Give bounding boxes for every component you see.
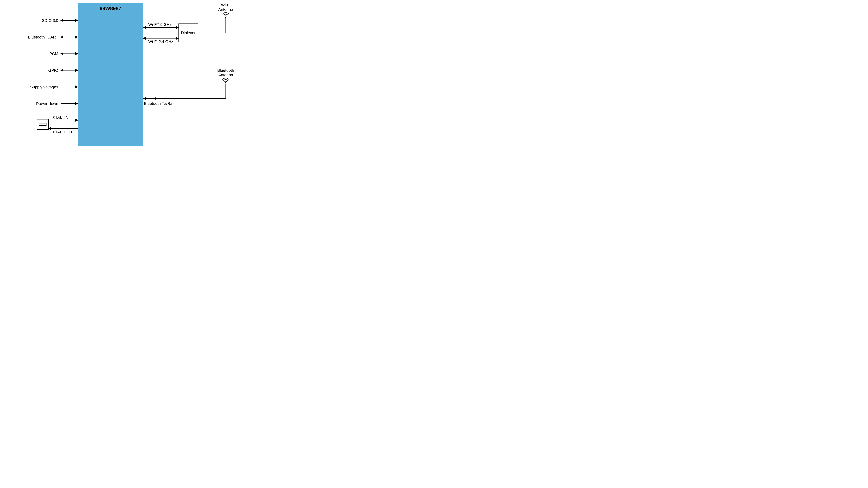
label-wifi-antenna-2: Antenna [218, 7, 233, 12]
label-wifi-5ghz: Wi-Fi® 5 GHz [148, 22, 172, 27]
label-sdio: SDIO 3.0 [42, 18, 58, 23]
wifi-antenna: Wi-Fi Antenna [198, 3, 233, 33]
chip-title: 88W8987 [100, 6, 121, 11]
label-bt-antenna-1: Bluetooth [217, 68, 234, 73]
label-wifi-24ghz: Wi-Fi 2.4 GHz [148, 39, 173, 44]
label-xtal-out: XTAL_OUT [53, 130, 73, 134]
label-wifi-antenna-1: Wi-Fi [221, 3, 230, 7]
label-supply: Supply voltages [30, 85, 58, 89]
label-diplexer: Diplexer [181, 31, 196, 35]
label-gpio: GPIO [48, 68, 58, 73]
label-bt-antenna-2: Antenna [218, 73, 233, 77]
label-xtal-in: XTAL_IN [53, 115, 68, 120]
chip-88w8987 [78, 3, 143, 146]
svg-point-4 [225, 17, 226, 18]
svg-rect-2 [39, 123, 46, 125]
bt-antenna: Bluetooth Antenna [157, 68, 234, 98]
wifi-antenna-icon [222, 13, 229, 18]
label-bt-uart: Bluetooth® UART [28, 35, 58, 39]
label-powerdown: Power-down [36, 101, 58, 106]
bt-antenna-icon [222, 78, 229, 83]
block-diagram: 88W8987 SDIO 3.0 Bluetooth® UART PCM GPI… [0, 0, 275, 155]
label-pcm: PCM [50, 52, 58, 56]
svg-point-5 [225, 82, 226, 83]
svg-rect-0 [37, 119, 49, 129]
crystal-symbol [37, 119, 49, 129]
label-bt-txrx: Bluetooth Tx/Rx [144, 101, 172, 106]
